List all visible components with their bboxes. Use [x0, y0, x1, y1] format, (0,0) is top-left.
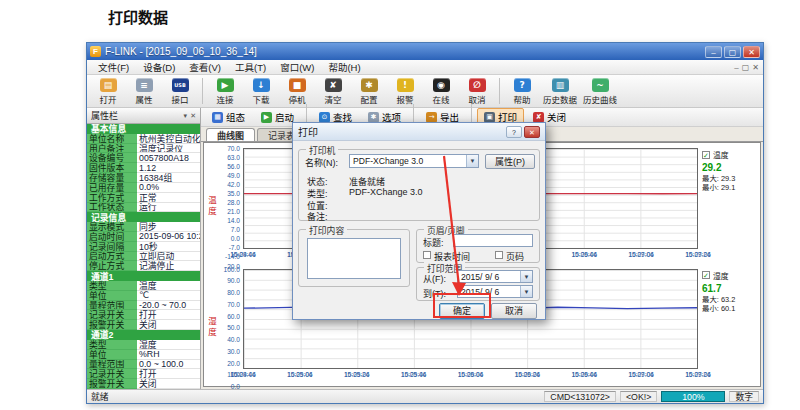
- history-curve-button[interactable]: ~历史曲线: [581, 78, 619, 105]
- print-range-group: 打印范围 从(F): 2015/ 9/ 6 ▼ 到(T): 2015/ 9/ 6…: [416, 267, 540, 301]
- print-dialog-title: 打印: [298, 124, 318, 139]
- printer-name-label: 名称(N):: [305, 156, 338, 169]
- title-bar: F F-LINK - [2015_09_06_10_36_14] – ▢ ✕: [87, 43, 763, 60]
- header-footer-group: 页眉/页脚 标题: 报表时间 页码: [416, 229, 540, 263]
- dialog-close-button[interactable]: ✕: [524, 126, 540, 138]
- property-row: 工作方式正常: [87, 193, 200, 203]
- x-tick-time: 10:27:24: [686, 251, 711, 259]
- range-from-combo[interactable]: 2015/ 9/ 6 ▼: [457, 270, 533, 283]
- x-tick-time: 10:26:04: [458, 371, 483, 379]
- menu-item-3[interactable]: 工具(T): [228, 60, 273, 74]
- close-view-icon: ✘: [533, 112, 544, 123]
- y-tick-label: 80.0: [227, 289, 240, 296]
- title-input[interactable]: [453, 234, 533, 247]
- menu-item-4[interactable]: 窗口(W): [273, 60, 321, 74]
- printer-type-value: PDF-XChange 3.0: [349, 187, 423, 197]
- range-to-combo[interactable]: 2015/ 9/ 6 ▼: [457, 285, 533, 298]
- mdi-minimize-button[interactable]: –: [734, 63, 738, 72]
- minimize-button[interactable]: –: [705, 46, 722, 58]
- cancel-button[interactable]: 取消: [491, 303, 537, 319]
- toolbar-button-label: 打开: [99, 93, 116, 105]
- properties-rows: 基本信息单位名称杭州美控自动化技术有限公司用户备注温度记录仪设备编号005780…: [87, 124, 200, 389]
- property-label: 类型: [87, 281, 137, 291]
- y-tick-label: 50.0: [227, 324, 240, 331]
- help-button[interactable]: ?帮助: [505, 78, 539, 105]
- temperature-series-checkbox[interactable]: ✓: [702, 151, 710, 159]
- property-row: 单位%RH: [87, 350, 200, 360]
- temperature-current-value: 29.2: [702, 162, 756, 173]
- y-tick-label: 14.0: [227, 217, 240, 224]
- print-content-legend: 打印内容: [306, 224, 347, 237]
- menu-item-2[interactable]: 查看(V): [182, 60, 228, 74]
- options-icon: ✱: [368, 112, 379, 123]
- property-row: 启动时间2015-09-06 10:24: [87, 232, 200, 242]
- connect-button[interactable]: ▶连接: [208, 78, 242, 105]
- humidity-y-axis-title: 湿度: [206, 269, 217, 387]
- mdi-restore-button[interactable]: ▢: [742, 63, 750, 72]
- page-number-checkbox[interactable]: [495, 251, 503, 259]
- alarm-button[interactable]: !报警: [388, 78, 422, 105]
- clear-icon: ✘: [325, 78, 342, 92]
- humidity-stats: ✓ 湿度 61.7 最大: 63.2 最小: 60.1: [698, 269, 758, 387]
- menu-item-0[interactable]: 文件(F): [91, 60, 136, 74]
- ok-button[interactable]: 确定: [439, 303, 485, 319]
- history-data-button[interactable]: ▥历史数据: [541, 78, 579, 105]
- property-value: 2015-09-06 10:24: [137, 232, 200, 242]
- chevron-down-icon[interactable]: ▼: [520, 286, 532, 297]
- alarm-icon: !: [397, 78, 414, 92]
- search-icon: ⊙: [319, 112, 330, 123]
- property-row: 固件版本1.12: [87, 163, 200, 173]
- cancel-button[interactable]: ∅取消: [460, 78, 494, 105]
- online-icon: ◉: [433, 78, 450, 92]
- menu-item-1[interactable]: 设备(D): [136, 60, 182, 74]
- report-time-checkbox[interactable]: [423, 251, 431, 259]
- x-tick-time: 10:26:24: [515, 371, 540, 379]
- print-content-list[interactable]: [307, 238, 401, 279]
- panel-close-icon[interactable]: ✕: [190, 112, 196, 120]
- panel-pin-icon[interactable]: ▾: [184, 112, 188, 120]
- chevron-down-icon[interactable]: ▼: [520, 271, 532, 282]
- title-field-label: 标题:: [423, 236, 444, 249]
- property-value: 0.0 ~ 100.0: [137, 360, 200, 370]
- status-progress-bar: 100%: [661, 391, 725, 402]
- printer-name-combo[interactable]: PDF-XChange 3.0 ▼: [349, 154, 479, 168]
- menu-item-5[interactable]: 帮助(H): [321, 60, 367, 74]
- maximize-button[interactable]: ▢: [724, 46, 741, 58]
- toolbar-button-label: 历史数据: [543, 93, 577, 105]
- cancel-icon: ∅: [469, 78, 486, 92]
- mdi-close-button[interactable]: ✕: [752, 63, 759, 72]
- printer-properties-button[interactable]: 属性(P): [485, 154, 535, 169]
- clear-button[interactable]: ✘清空: [316, 78, 350, 105]
- humidity-series-checkbox[interactable]: ✓: [702, 271, 710, 279]
- properties-icon: ≡: [136, 78, 153, 92]
- property-value: 10秒: [137, 242, 200, 252]
- close-button[interactable]: ✕: [743, 46, 760, 58]
- property-row: 存储容量16384组: [87, 173, 200, 183]
- usb-port-button[interactable]: USB接口: [163, 78, 197, 105]
- y-tick-label: 20.0: [227, 359, 240, 366]
- y-tick-label: 70.0: [227, 300, 240, 307]
- chevron-down-icon[interactable]: ▼: [466, 155, 478, 167]
- x-tick-time: 10:25:24: [344, 371, 369, 379]
- config-icon: ✱: [361, 78, 378, 92]
- stop-button[interactable]: ■停机: [280, 78, 314, 105]
- property-label: 设备编号: [87, 153, 137, 163]
- configure-button[interactable]: ▦组态: [205, 108, 252, 126]
- tab-curve-chart[interactable]: 曲线图: [206, 128, 255, 141]
- temperature-y-axis-ticks: 70.063.056.049.042.035.028.021.014.07.00…: [217, 148, 243, 266]
- download-button[interactable]: ↓下载: [244, 78, 278, 105]
- property-row: 量程范围-20.0 ~ 70.0: [87, 301, 200, 311]
- property-row: 记录开关打开: [87, 369, 200, 379]
- config-button[interactable]: ✱配置: [352, 78, 386, 105]
- range-from-value: 2015/ 9/ 6: [461, 272, 499, 282]
- online-button[interactable]: ◉在线: [424, 78, 458, 105]
- properties-button[interactable]: ≡属性: [127, 78, 161, 105]
- property-row: 已用存量0.0%: [87, 183, 200, 193]
- export-icon: →: [426, 112, 437, 123]
- x-tick-time: 10:26:44: [572, 251, 597, 259]
- dialog-help-button[interactable]: ?: [506, 126, 522, 138]
- open-folder-button[interactable]: ▤打开: [91, 78, 125, 105]
- status-bar: 就绪 CMD<131072> <OK!> 100% 数字: [87, 389, 763, 403]
- humidity-y-axis-ticks: 100.090.080.070.060.050.040.030.020.010.…: [217, 269, 243, 387]
- y-tick-label: 56.0: [227, 163, 240, 170]
